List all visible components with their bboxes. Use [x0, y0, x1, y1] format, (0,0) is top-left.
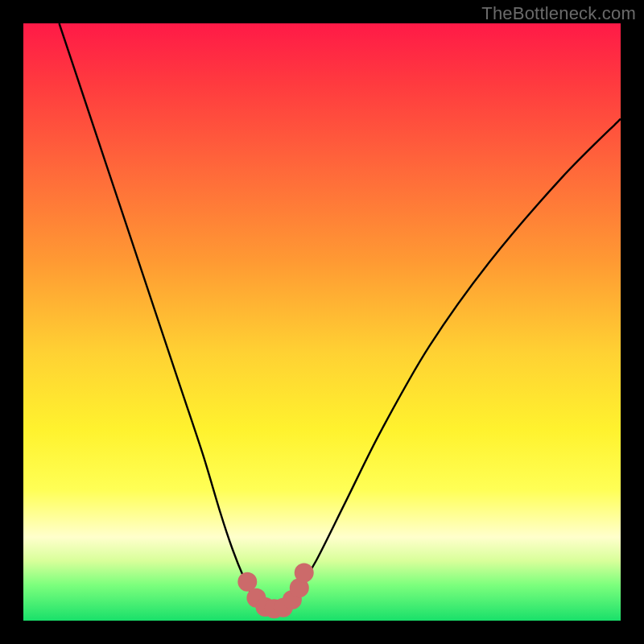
curve-svg: [23, 23, 621, 621]
valley-marker-group: [237, 564, 313, 619]
chart-frame: TheBottleneck.com: [0, 0, 644, 644]
valley-marker: [295, 564, 314, 583]
bottleneck-curve: [60, 23, 621, 609]
watermark-text: TheBottleneck.com: [481, 3, 636, 24]
plot-area: [23, 23, 621, 621]
